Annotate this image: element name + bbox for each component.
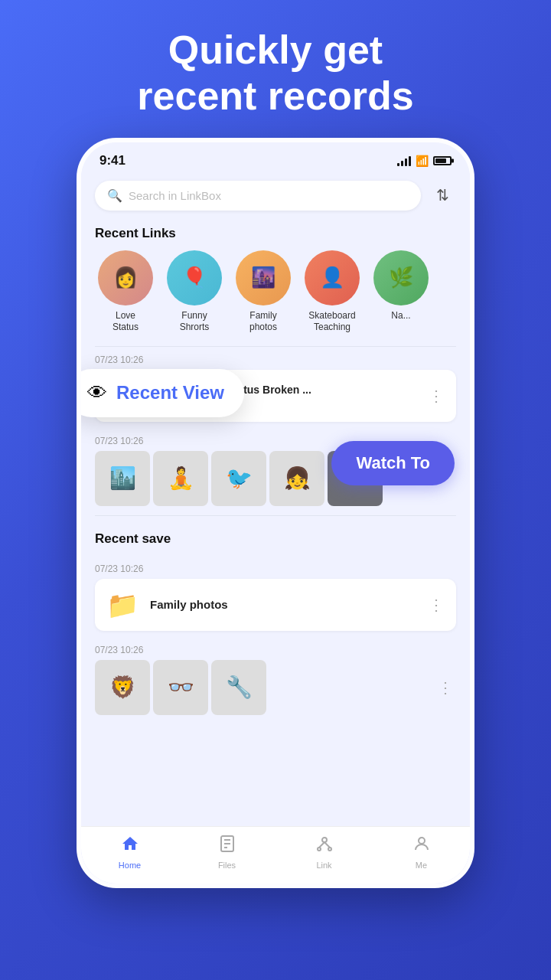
link-item-skate[interactable]: 👤 SkateboardTeaching bbox=[302, 250, 363, 334]
nav-item-link[interactable]: Link bbox=[302, 835, 347, 870]
recent-view-tooltip: 👁 Recent View bbox=[77, 369, 244, 417]
nav-item-files[interactable]: Files bbox=[204, 835, 250, 870]
sort-icon[interactable]: ⇅ bbox=[429, 181, 456, 209]
link-label-family: Familyphotos bbox=[249, 310, 277, 334]
files-icon bbox=[218, 835, 236, 858]
scroll-content: Recent Links 👩 LoveStatus 🎈 FunnyShrorts bbox=[81, 220, 470, 884]
wifi-icon: 📶 bbox=[416, 155, 429, 167]
status-bar: 9:41 📶 bbox=[81, 142, 470, 173]
nav-label-home: Home bbox=[119, 861, 141, 870]
save-image-row: 🦁 👓 🔧 bbox=[81, 660, 470, 724]
save-thumb-3: 🔧 bbox=[211, 660, 266, 715]
status-icons: 📶 bbox=[397, 155, 452, 167]
link-label-na: Na... bbox=[391, 310, 410, 322]
recent-links-title: Recent Links bbox=[81, 220, 470, 250]
link-item-na[interactable]: 🌿 Na... bbox=[370, 250, 432, 334]
search-placeholder: Search in LinkBox bbox=[129, 189, 221, 202]
recent-save-item-2: 07/23 10:26 bbox=[81, 637, 470, 660]
header-title: Quickly get recent records bbox=[137, 28, 413, 119]
save-timestamp-1: 07/23 10:26 bbox=[95, 556, 456, 579]
recent-links-list: 👩 LoveStatus 🎈 FunnyShrorts 🌆 Familyphot… bbox=[81, 250, 470, 346]
bottom-nav: Home Files Link bbox=[81, 826, 470, 884]
svg-point-2 bbox=[318, 848, 321, 851]
link-label-funny: FunnyShrorts bbox=[180, 310, 210, 334]
more-dots-1[interactable] bbox=[425, 387, 447, 405]
link-label-love: LoveStatus bbox=[112, 310, 139, 334]
nav-label-me: Me bbox=[416, 861, 427, 870]
save-item-title-1: Family photos bbox=[150, 598, 416, 611]
search-bar[interactable]: 🔍 Search in LinkBox bbox=[95, 181, 421, 211]
home-icon bbox=[121, 835, 139, 858]
phone-content: 🔍 Search in LinkBox ⇅ Recent Links 👩 Lov… bbox=[81, 173, 470, 884]
recent-save-item-1: 07/23 10:26 📁 Family photos bbox=[81, 556, 470, 631]
link-item-family[interactable]: 🌆 Familyphotos bbox=[233, 250, 294, 334]
watch-to-button[interactable]: Watch To bbox=[331, 441, 455, 485]
save-thumb-1: 🦁 bbox=[95, 660, 150, 715]
tooltip-label: Recent View bbox=[116, 382, 224, 403]
timestamp-1: 07/23 10:26 bbox=[95, 347, 456, 370]
link-avatar-na: 🌿 bbox=[373, 250, 429, 305]
more-dots-save-1[interactable] bbox=[425, 596, 447, 614]
link-item-love[interactable]: 👩 LoveStatus bbox=[95, 250, 156, 334]
signal-icon bbox=[397, 155, 411, 166]
folder-icon: 📁 bbox=[104, 586, 141, 623]
save-thumb-2: 👓 bbox=[153, 660, 208, 715]
section-divider-2 bbox=[95, 515, 456, 516]
eye-icon: 👁 bbox=[87, 381, 107, 405]
link-avatar-family: 🌆 bbox=[236, 250, 291, 305]
header-section: Quickly get recent records bbox=[91, 0, 459, 138]
more-dots-save-2[interactable] bbox=[435, 678, 456, 697]
link-avatar-skate: 👤 bbox=[305, 250, 360, 305]
nav-label-files: Files bbox=[218, 861, 236, 870]
svg-line-5 bbox=[324, 842, 330, 848]
link-label-skate: SkateboardTeaching bbox=[308, 310, 355, 334]
svg-point-1 bbox=[322, 838, 327, 842]
link-item-funny[interactable]: 🎈 FunnyShrorts bbox=[164, 250, 225, 334]
link-avatar-love: 👩 bbox=[98, 250, 153, 305]
search-row: 🔍 Search in LinkBox ⇅ bbox=[81, 173, 470, 220]
link-icon bbox=[315, 835, 334, 858]
phone-frame: 9:41 📶 🔍 Search in LinkBox ⇅ bbox=[77, 138, 474, 888]
status-time: 9:41 bbox=[99, 153, 126, 168]
svg-point-3 bbox=[328, 848, 331, 851]
svg-point-6 bbox=[419, 838, 425, 844]
svg-line-4 bbox=[319, 842, 324, 848]
me-icon bbox=[412, 835, 431, 858]
grid-thumb-4: 👧 bbox=[269, 451, 324, 506]
save-card-1[interactable]: 📁 Family photos bbox=[95, 579, 456, 631]
link-avatar-funny: 🎈 bbox=[167, 250, 222, 305]
nav-item-me[interactable]: Me bbox=[399, 835, 445, 870]
grid-thumb-2: 🧘 bbox=[153, 451, 208, 506]
nav-label-link: Link bbox=[316, 861, 331, 870]
recent-save-title: Recent save bbox=[81, 525, 470, 556]
nav-item-home[interactable]: Home bbox=[107, 835, 153, 870]
grid-thumb-3: 🐦 bbox=[211, 451, 266, 506]
battery-icon bbox=[433, 156, 452, 165]
save-timestamp-2: 07/23 10:26 bbox=[95, 637, 456, 660]
grid-thumb-1: 🏙️ bbox=[95, 451, 150, 506]
search-icon: 🔍 bbox=[107, 188, 122, 203]
